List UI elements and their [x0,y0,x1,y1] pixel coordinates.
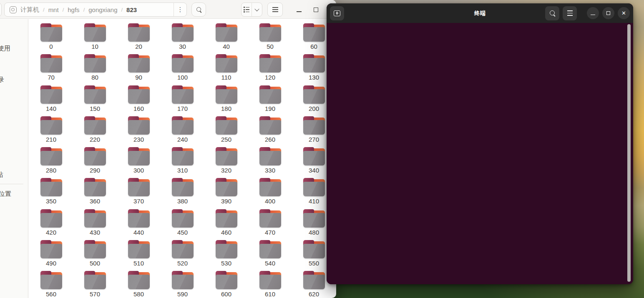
folder-item[interactable]: 190 [248,85,292,116]
folder-item[interactable]: 250 [204,116,248,147]
sidebar-item[interactable]: 使用 [0,45,10,53]
path-options-button[interactable]: ⋮ [174,3,186,17]
folder-item[interactable]: 450 [161,209,204,240]
breadcrumb-segment[interactable]: gongxiang [88,6,117,13]
folder-item[interactable]: 120 [248,54,292,85]
terminal-minimize-button[interactable] [587,7,599,19]
folder-item[interactable]: 490 [29,240,73,271]
folder-label: 520 [177,260,188,266]
sidebar: 使用录站位置 [0,19,28,298]
folder-item[interactable]: 20 [117,23,161,54]
folder-item[interactable]: 150 [73,85,117,116]
folder-item[interactable]: 280 [29,147,73,178]
folder-icon [84,271,106,289]
folder-label: 40 [223,43,230,50]
terminal-headerbar: 终端 ✕ [327,3,633,23]
folder-item[interactable]: 220 [73,116,117,147]
breadcrumb-segment[interactable]: hgfs [68,6,79,13]
folder-item[interactable]: 350 [29,178,73,209]
folder-item[interactable]: 90 [117,54,161,85]
folder-icon [216,147,237,165]
terminal-menu-button[interactable] [563,6,577,20]
breadcrumb-segment[interactable]: 823 [126,6,137,13]
folder-item[interactable]: 10 [73,23,117,54]
maximize-button[interactable] [309,3,323,17]
folder-item[interactable]: 290 [73,147,117,178]
folder-item[interactable]: 100 [161,54,204,85]
folder-item[interactable]: 500 [73,240,117,271]
folder-item[interactable]: 570 [73,271,117,298]
folder-item[interactable]: 460 [204,209,248,240]
folder-item[interactable]: 610 [248,271,292,298]
folder-item[interactable]: 310 [161,147,204,178]
terminal-screen[interactable] [327,23,633,284]
folder-item[interactable]: 560 [29,271,73,298]
folder-item[interactable]: 260 [248,116,292,147]
terminal-close-button[interactable]: ✕ [618,7,630,19]
folder-item[interactable]: 210 [29,116,73,147]
folder-item[interactable]: 470 [248,209,292,240]
folder-item[interactable]: 430 [73,209,117,240]
minimize-button[interactable] [292,3,306,17]
search-button[interactable] [191,3,206,17]
folder-item[interactable]: 240 [161,116,204,147]
folder-item[interactable]: 390 [204,178,248,209]
folder-icon [84,85,106,104]
folder-item[interactable]: 300 [117,147,161,178]
folder-item[interactable]: 30 [161,23,204,54]
folder-item[interactable]: 160 [117,85,161,116]
folder-item[interactable]: 180 [204,85,248,116]
folder-item[interactable]: 230 [117,116,161,147]
new-tab-button[interactable] [330,6,344,20]
path-bar[interactable]: 计算机/mnt/hgfs/gongxiang/823 ⋮ [4,3,187,17]
sidebar-item[interactable]: 位置 [0,190,11,198]
folder-item[interactable]: 590 [161,271,204,298]
folder-item[interactable]: 170 [161,85,204,116]
folder-label: 150 [90,105,100,112]
folder-item[interactable]: 580 [117,271,161,298]
folder-item[interactable]: 370 [117,178,161,209]
folder-item[interactable]: 320 [204,147,248,178]
folder-label: 390 [221,198,231,204]
folder-item[interactable]: 540 [248,240,292,271]
folder-item[interactable]: 530 [204,240,248,271]
folder-item[interactable]: 360 [73,178,117,209]
breadcrumb-segment[interactable]: 计算机 [20,6,39,14]
folder-icon [40,147,62,165]
folder-label: 340 [309,167,319,173]
folder-label: 550 [309,260,319,266]
folder-item[interactable]: 330 [248,147,292,178]
folder-label: 280 [46,167,56,173]
folder-item[interactable]: 0 [29,23,73,54]
folder-item[interactable]: 70 [29,54,73,85]
folder-item[interactable]: 520 [161,240,204,271]
list-view-button[interactable] [242,3,252,16]
main-menu-button[interactable] [267,3,283,17]
view-options-button[interactable] [252,3,262,16]
folder-item[interactable]: 140 [29,85,73,116]
terminal-scrollbar[interactable] [627,24,631,282]
folder-item[interactable]: 50 [248,23,292,54]
folder-label: 310 [177,167,188,173]
folder-icon [303,271,325,289]
folder-label: 140 [46,105,56,112]
folder-label: 510 [133,260,144,266]
breadcrumb-segment[interactable]: mnt [48,6,59,13]
folder-item[interactable]: 600 [204,271,248,298]
folder-icon [172,271,194,289]
folder-item[interactable]: 380 [161,178,204,209]
folder-item[interactable]: 110 [204,54,248,85]
folder-item[interactable]: 40 [204,23,248,54]
folder-item[interactable]: 440 [117,209,161,240]
sidebar-item[interactable]: 录 [0,76,4,84]
terminal-maximize-button[interactable] [602,7,614,19]
folder-item[interactable]: 420 [29,209,73,240]
folder-item[interactable]: 510 [117,240,161,271]
terminal-search-button[interactable] [545,6,559,20]
folder-item[interactable]: 400 [248,178,292,209]
folder-item[interactable]: 80 [73,54,117,85]
hamburger-icon [272,7,278,12]
sidebar-item[interactable]: 站 [0,171,3,179]
folder-label: 430 [90,229,100,235]
back-button[interactable] [0,3,2,17]
